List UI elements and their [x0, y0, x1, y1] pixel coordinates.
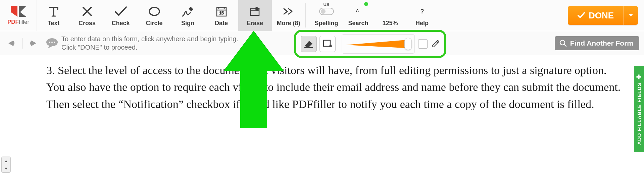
tool-text-label: Text — [48, 20, 60, 27]
eyedropper-button[interactable] — [431, 40, 440, 48]
more-icon — [283, 4, 295, 18]
search-icon: A — [352, 4, 364, 18]
thickness-slider[interactable] — [342, 34, 415, 54]
eyedropper-icon — [431, 40, 440, 48]
logo-text: PDFfiller — [7, 19, 29, 25]
tool-cross[interactable]: Cross — [70, 0, 104, 31]
add-fillable-fields-tab[interactable]: ADD FILLABLE FIELDS ✚ — [634, 66, 644, 152]
tool-search-label: Search — [348, 20, 368, 27]
svg-text:?: ? — [420, 8, 424, 15]
date-icon: 15 — [215, 4, 228, 18]
eraser-icon — [304, 40, 314, 48]
tool-check[interactable]: Check — [104, 0, 138, 31]
svg-text:A: A — [356, 8, 359, 12]
tool-sign[interactable]: Sign — [171, 0, 205, 31]
spin-up[interactable]: ▲ — [2, 157, 10, 165]
toolbar-separator — [305, 3, 306, 27]
hint-text: To enter data on this form, click anywhe… — [61, 35, 238, 52]
cross-icon — [82, 4, 93, 18]
tool-cross-label: Cross — [79, 20, 96, 27]
svg-point-17 — [54, 42, 55, 43]
tool-date-label: Date — [215, 20, 228, 27]
undo-button[interactable] — [5, 37, 17, 49]
side-tab-label: ADD FILLABLE FIELDS — [636, 82, 642, 145]
undo-icon — [6, 39, 16, 47]
tool-search[interactable]: A Search — [342, 0, 374, 31]
svg-point-15 — [49, 42, 50, 43]
logo[interactable]: PDFfiller — [0, 0, 37, 31]
right-tools: US Spelling A Search 125% ? Help — [310, 0, 438, 31]
done-label: DONE — [589, 10, 614, 21]
erase-icon — [248, 4, 262, 18]
blackout-mode-button[interactable] — [319, 36, 336, 52]
svg-point-7 — [321, 9, 326, 14]
tool-more-label: More (8) — [277, 20, 300, 27]
svg-point-16 — [51, 42, 53, 43]
svg-point-2 — [149, 7, 159, 15]
redo-icon — [28, 39, 38, 47]
page-spinner[interactable]: ▲ ▼ — [1, 157, 11, 173]
rectangle-x-icon — [323, 40, 332, 48]
tool-circle[interactable]: Circle — [138, 0, 171, 31]
tool-spelling[interactable]: US Spelling — [310, 0, 342, 31]
tool-spelling-label: Spelling — [314, 20, 338, 27]
check-icon — [114, 4, 128, 18]
tool-erase-label: Erase — [247, 20, 263, 27]
help-icon: ? — [416, 4, 428, 18]
find-label: Find Another Form — [570, 39, 633, 47]
logo-icon — [10, 5, 27, 18]
eraser-mode-button[interactable] — [301, 36, 317, 52]
spin-down[interactable]: ▼ — [2, 165, 10, 172]
hint-line1: To enter data on this form, click anywhe… — [61, 35, 238, 43]
plus-icon: ✚ — [635, 73, 643, 80]
done-button-main[interactable]: DONE — [568, 6, 623, 25]
svg-marker-20 — [346, 40, 410, 48]
text-icon — [48, 4, 60, 18]
tool-check-label: Check — [111, 20, 130, 27]
check-icon — [577, 11, 585, 19]
tool-circle-label: Circle — [146, 20, 162, 27]
chevron-down-icon — [629, 14, 633, 17]
hint-line2: Click "DONE" to proceed. — [61, 43, 238, 52]
circle-icon — [148, 4, 160, 18]
tool-date[interactable]: 15 Date — [205, 0, 238, 31]
svg-point-11 — [389, 11, 394, 16]
toggle-icon — [319, 4, 334, 18]
tool-zoom[interactable]: 125% — [374, 0, 406, 31]
tool-text[interactable]: Text — [37, 0, 70, 31]
search-icon — [559, 40, 567, 47]
svg-text:15: 15 — [219, 11, 224, 15]
done-button[interactable]: DONE — [568, 6, 638, 25]
done-wrap: DONE — [568, 0, 644, 31]
document-text: 3. Select the level of access to the doc… — [46, 62, 624, 113]
svg-rect-19 — [324, 40, 330, 46]
history-controls — [3, 37, 43, 49]
tool-more[interactable]: More (8) — [272, 0, 305, 31]
slider-track — [346, 39, 410, 49]
color-swatch[interactable] — [418, 39, 428, 49]
tool-sign-label: Sign — [181, 20, 194, 27]
slider-thumb[interactable] — [404, 38, 412, 50]
erase-options-panel — [294, 30, 446, 58]
tool-erase[interactable]: Erase — [238, 0, 272, 31]
redo-button[interactable] — [27, 37, 39, 49]
tool-zoom-label: 125% — [382, 20, 398, 27]
comment-icon[interactable] — [45, 36, 59, 51]
document-area[interactable]: 3. Select the level of access to the doc… — [0, 56, 644, 174]
tool-help[interactable]: ? Help — [406, 0, 438, 31]
zoom-icon — [384, 4, 396, 18]
tool-help-label: Help — [415, 20, 429, 27]
svg-marker-0 — [11, 6, 17, 17]
history-sep — [22, 38, 22, 49]
main-toolbar: PDFfiller Text Cross Check Circle Sign 1… — [0, 0, 644, 31]
sign-icon — [181, 4, 195, 18]
find-another-form-button[interactable]: Find Another Form — [555, 36, 639, 50]
done-dropdown[interactable] — [623, 6, 638, 25]
notification-dot-icon — [364, 2, 368, 6]
svg-marker-1 — [19, 6, 26, 17]
